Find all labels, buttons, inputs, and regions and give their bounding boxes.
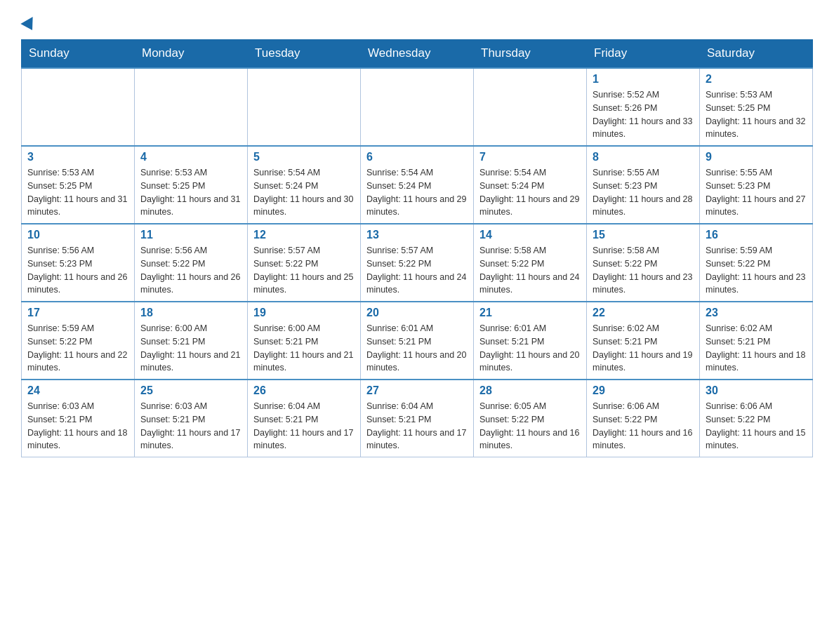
day-number: 29	[593, 384, 694, 397]
calendar-cell: 5Sunrise: 5:54 AMSunset: 5:24 PMDaylight…	[248, 146, 361, 224]
weekday-header-tuesday: Tuesday	[248, 39, 361, 68]
calendar-cell	[22, 68, 135, 146]
calendar-table: SundayMondayTuesdayWednesdayThursdayFrid…	[21, 39, 813, 457]
day-info: Sunrise: 6:03 AMSunset: 5:21 PMDaylight:…	[27, 400, 128, 452]
day-info: Sunrise: 6:01 AMSunset: 5:21 PMDaylight:…	[479, 322, 581, 375]
calendar-cell: 29Sunrise: 6:06 AMSunset: 5:22 PMDayligh…	[587, 380, 700, 457]
day-info: Sunrise: 5:59 AMSunset: 5:22 PMDaylight:…	[706, 244, 807, 297]
weekday-header-wednesday: Wednesday	[361, 39, 474, 68]
day-info: Sunrise: 6:06 AMSunset: 5:22 PMDaylight:…	[593, 400, 694, 452]
day-number: 15	[593, 229, 694, 241]
calendar-cell: 28Sunrise: 6:05 AMSunset: 5:22 PMDayligh…	[474, 380, 587, 457]
calendar-cell	[248, 68, 361, 146]
day-info: Sunrise: 5:53 AMSunset: 5:25 PMDaylight:…	[27, 166, 128, 219]
day-number: 24	[27, 384, 128, 397]
day-info: Sunrise: 5:55 AMSunset: 5:23 PMDaylight:…	[593, 166, 694, 219]
day-info: Sunrise: 6:05 AMSunset: 5:22 PMDaylight:…	[479, 400, 581, 452]
weekday-header-friday: Friday	[587, 39, 700, 68]
day-number: 5	[253, 151, 355, 163]
calendar-week-5: 24Sunrise: 6:03 AMSunset: 5:21 PMDayligh…	[22, 380, 813, 457]
day-info: Sunrise: 6:02 AMSunset: 5:21 PMDaylight:…	[706, 322, 807, 375]
day-info: Sunrise: 5:58 AMSunset: 5:22 PMDaylight:…	[479, 244, 581, 297]
day-info: Sunrise: 6:00 AMSunset: 5:21 PMDaylight:…	[253, 322, 355, 375]
day-info: Sunrise: 5:53 AMSunset: 5:25 PMDaylight:…	[706, 88, 807, 141]
day-number: 28	[479, 384, 581, 397]
day-info: Sunrise: 6:04 AMSunset: 5:21 PMDaylight:…	[366, 400, 468, 452]
day-number: 14	[479, 229, 581, 241]
day-info: Sunrise: 5:52 AMSunset: 5:26 PMDaylight:…	[593, 88, 694, 141]
calendar-cell: 10Sunrise: 5:56 AMSunset: 5:23 PMDayligh…	[22, 224, 135, 302]
weekday-header-saturday: Saturday	[700, 39, 813, 68]
day-number: 19	[253, 307, 355, 319]
calendar-cell: 3Sunrise: 5:53 AMSunset: 5:25 PMDaylight…	[22, 146, 135, 224]
day-info: Sunrise: 5:55 AMSunset: 5:23 PMDaylight:…	[706, 166, 807, 219]
calendar-cell: 18Sunrise: 6:00 AMSunset: 5:21 PMDayligh…	[135, 302, 248, 380]
day-info: Sunrise: 5:59 AMSunset: 5:22 PMDaylight:…	[27, 322, 128, 375]
day-info: Sunrise: 5:57 AMSunset: 5:22 PMDaylight:…	[253, 244, 355, 297]
day-number: 2	[706, 73, 807, 86]
calendar-week-1: 1Sunrise: 5:52 AMSunset: 5:26 PMDaylight…	[22, 68, 813, 146]
day-info: Sunrise: 5:54 AMSunset: 5:24 PMDaylight:…	[366, 166, 468, 219]
day-info: Sunrise: 5:54 AMSunset: 5:24 PMDaylight:…	[479, 166, 581, 219]
calendar-cell: 17Sunrise: 5:59 AMSunset: 5:22 PMDayligh…	[22, 302, 135, 380]
calendar-cell: 7Sunrise: 5:54 AMSunset: 5:24 PMDaylight…	[474, 146, 587, 224]
calendar-week-4: 17Sunrise: 5:59 AMSunset: 5:22 PMDayligh…	[22, 302, 813, 380]
day-info: Sunrise: 5:56 AMSunset: 5:22 PMDaylight:…	[140, 244, 241, 297]
calendar-cell: 20Sunrise: 6:01 AMSunset: 5:21 PMDayligh…	[361, 302, 474, 380]
calendar-cell: 15Sunrise: 5:58 AMSunset: 5:22 PMDayligh…	[587, 224, 700, 302]
calendar-week-2: 3Sunrise: 5:53 AMSunset: 5:25 PMDaylight…	[22, 146, 813, 224]
calendar-cell: 21Sunrise: 6:01 AMSunset: 5:21 PMDayligh…	[474, 302, 587, 380]
day-number: 27	[366, 384, 468, 397]
day-number: 17	[27, 307, 128, 319]
day-number: 13	[366, 229, 468, 241]
calendar-cell	[474, 68, 587, 146]
day-number: 6	[366, 151, 468, 163]
day-number: 4	[140, 151, 241, 163]
day-number: 11	[140, 229, 241, 241]
logo	[21, 14, 37, 32]
calendar-cell: 9Sunrise: 5:55 AMSunset: 5:23 PMDaylight…	[700, 146, 813, 224]
day-number: 23	[706, 307, 807, 319]
calendar-cell: 12Sunrise: 5:57 AMSunset: 5:22 PMDayligh…	[248, 224, 361, 302]
day-number: 18	[140, 307, 241, 319]
day-number: 8	[593, 151, 694, 163]
day-info: Sunrise: 5:57 AMSunset: 5:22 PMDaylight:…	[366, 244, 468, 297]
day-info: Sunrise: 6:02 AMSunset: 5:21 PMDaylight:…	[593, 322, 694, 375]
calendar-cell: 22Sunrise: 6:02 AMSunset: 5:21 PMDayligh…	[587, 302, 700, 380]
day-info: Sunrise: 6:03 AMSunset: 5:21 PMDaylight:…	[140, 400, 241, 452]
calendar-cell: 30Sunrise: 6:06 AMSunset: 5:22 PMDayligh…	[700, 380, 813, 457]
day-number: 7	[479, 151, 581, 163]
day-number: 9	[706, 151, 807, 163]
day-number: 16	[706, 229, 807, 241]
page-header	[21, 14, 813, 32]
calendar-cell: 1Sunrise: 5:52 AMSunset: 5:26 PMDaylight…	[587, 68, 700, 146]
day-number: 3	[27, 151, 128, 163]
calendar-cell: 13Sunrise: 5:57 AMSunset: 5:22 PMDayligh…	[361, 224, 474, 302]
calendar-cell	[135, 68, 248, 146]
day-info: Sunrise: 6:01 AMSunset: 5:21 PMDaylight:…	[366, 322, 468, 375]
calendar-cell: 25Sunrise: 6:03 AMSunset: 5:21 PMDayligh…	[135, 380, 248, 457]
day-info: Sunrise: 6:00 AMSunset: 5:21 PMDaylight:…	[140, 322, 241, 375]
weekday-header-monday: Monday	[135, 39, 248, 68]
day-info: Sunrise: 6:06 AMSunset: 5:22 PMDaylight:…	[706, 400, 807, 452]
day-number: 25	[140, 384, 241, 397]
day-info: Sunrise: 5:54 AMSunset: 5:24 PMDaylight:…	[253, 166, 355, 219]
calendar-cell: 24Sunrise: 6:03 AMSunset: 5:21 PMDayligh…	[22, 380, 135, 457]
calendar-cell: 27Sunrise: 6:04 AMSunset: 5:21 PMDayligh…	[361, 380, 474, 457]
calendar-cell: 14Sunrise: 5:58 AMSunset: 5:22 PMDayligh…	[474, 224, 587, 302]
day-info: Sunrise: 5:56 AMSunset: 5:23 PMDaylight:…	[27, 244, 128, 297]
calendar-cell: 19Sunrise: 6:00 AMSunset: 5:21 PMDayligh…	[248, 302, 361, 380]
day-number: 20	[366, 307, 468, 319]
day-number: 30	[706, 384, 807, 397]
weekday-header-row: SundayMondayTuesdayWednesdayThursdayFrid…	[22, 39, 813, 68]
day-number: 1	[593, 73, 694, 86]
calendar-week-3: 10Sunrise: 5:56 AMSunset: 5:23 PMDayligh…	[22, 224, 813, 302]
logo-triangle-icon	[20, 17, 38, 34]
calendar-cell: 8Sunrise: 5:55 AMSunset: 5:23 PMDaylight…	[587, 146, 700, 224]
day-number: 21	[479, 307, 581, 319]
calendar-cell: 2Sunrise: 5:53 AMSunset: 5:25 PMDaylight…	[700, 68, 813, 146]
calendar-cell	[361, 68, 474, 146]
calendar-cell: 26Sunrise: 6:04 AMSunset: 5:21 PMDayligh…	[248, 380, 361, 457]
calendar-cell: 6Sunrise: 5:54 AMSunset: 5:24 PMDaylight…	[361, 146, 474, 224]
calendar-cell: 23Sunrise: 6:02 AMSunset: 5:21 PMDayligh…	[700, 302, 813, 380]
